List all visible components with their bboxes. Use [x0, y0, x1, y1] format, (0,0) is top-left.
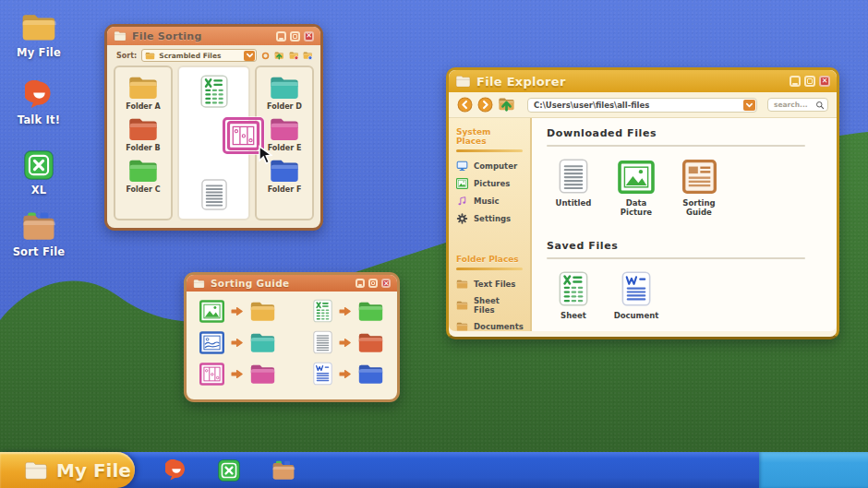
folder-b[interactable]: Folder B: [126, 116, 160, 152]
sidebar-item-computer[interactable]: Computer: [456, 161, 523, 172]
maximize-button[interactable]: [290, 31, 300, 42]
sheet-file-icon[interactable]: [200, 75, 228, 108]
desktop-icon-talk-it[interactable]: Talk It!: [6, 80, 72, 126]
refresh-ring-icon[interactable]: [261, 50, 270, 62]
folder-icon: [455, 75, 471, 88]
sheet-file-icon: [313, 299, 332, 323]
window-title: File Sorting: [132, 30, 271, 42]
loose-files-panel: [177, 65, 250, 220]
dropdown-arrow-button[interactable]: [244, 51, 255, 61]
forward-button[interactable]: [477, 97, 493, 113]
desktop-icon-xl[interactable]: XL: [6, 150, 72, 196]
sidebar-item-text-files[interactable]: Text Files: [456, 279, 523, 290]
sidebar-item-sheet-files[interactable]: Sheet Files: [456, 296, 523, 315]
window-title: Sorting Guide: [211, 278, 350, 289]
minimize-button[interactable]: [356, 279, 365, 288]
file-label: Document: [609, 311, 663, 320]
folder-e[interactable]: Folder E: [268, 116, 302, 152]
sidebar-item-music[interactable]: Music: [456, 196, 523, 207]
folder-icon: [357, 331, 384, 354]
chat-bubble-icon: [25, 80, 54, 110]
file-sorting-guide[interactable]: Sorting Guide: [672, 159, 726, 217]
sorting-guide-titlebar[interactable]: Sorting Guide: [187, 275, 397, 292]
folder-upload-icon[interactable]: [274, 50, 284, 62]
folder-remove-icon[interactable]: [289, 50, 299, 62]
close-button[interactable]: [819, 76, 830, 87]
taskbar-icon-xl[interactable]: [218, 459, 240, 482]
folder-icon: [269, 75, 300, 101]
arrow-icon: [230, 368, 244, 380]
address-dropdown-button[interactable]: [743, 100, 755, 111]
selected-pink-picture-file[interactable]: [223, 117, 264, 154]
guide-rule-pink-picture: [199, 363, 276, 386]
search-placeholder: search...: [774, 101, 815, 109]
taskbar-icon-talk-it[interactable]: [165, 459, 187, 482]
sort-dropdown[interactable]: Scrambled Files: [141, 49, 257, 62]
folder-label: Folder C: [126, 185, 160, 194]
sort-dropdown-value: Scrambled Files: [159, 52, 240, 60]
folder-c[interactable]: Folder C: [126, 158, 160, 194]
sorting-guide-grid: [187, 292, 397, 389]
gear-icon: [456, 213, 468, 224]
folder-label: Folder B: [126, 144, 160, 152]
desktop-icon-sort-file[interactable]: Sort File: [6, 211, 72, 258]
file-untitled[interactable]: Untitled: [547, 159, 600, 217]
close-button[interactable]: [304, 31, 314, 42]
folder-icon: [127, 75, 159, 101]
word-file-icon: [313, 362, 332, 386]
window-file-explorer: File Explorer C:\Users\user\files\all-fi…: [446, 67, 839, 339]
desktop-icon-my-file[interactable]: My File: [6, 12, 72, 59]
folder-icon: [127, 158, 159, 184]
spreadsheet-app-icon: [24, 150, 54, 180]
desktop-icon-label: Talk It!: [6, 113, 72, 126]
folder-label: Folder A: [126, 102, 160, 111]
sidebar-item-documents[interactable]: Documents: [456, 321, 523, 332]
file-document[interactable]: Document: [609, 271, 663, 320]
minimize-button[interactable]: [790, 76, 801, 87]
guide-rule-blue-picture: [199, 331, 276, 354]
pink-picture-icon: [199, 363, 224, 386]
search-input[interactable]: search...: [767, 98, 828, 112]
text-file-icon[interactable]: [200, 179, 227, 210]
folder-icon: [456, 279, 468, 290]
green-picture-icon: [199, 300, 224, 323]
folder-label: Folder F: [268, 185, 302, 194]
folder-icon: [269, 158, 300, 184]
folder-icon: [193, 279, 205, 289]
folder-icon: [145, 52, 155, 60]
file-data-picture[interactable]: Data Picture: [609, 159, 663, 217]
minimize-button[interactable]: [276, 31, 286, 42]
folder-icon: [249, 331, 276, 354]
system-tray[interactable]: [759, 452, 868, 488]
taskbar-icon-sort-file[interactable]: [271, 459, 295, 482]
sidebar-item-pictures[interactable]: Pictures: [456, 178, 523, 189]
start-button[interactable]: My File: [0, 452, 135, 488]
close-button[interactable]: [381, 279, 391, 288]
maximize-button[interactable]: [804, 76, 815, 87]
file-label: Sorting Guide: [672, 198, 726, 217]
back-button[interactable]: [457, 97, 473, 113]
maximize-button[interactable]: [368, 279, 378, 288]
window-sorting-guide: Sorting Guide: [184, 272, 400, 402]
desktop-icon-label: Sort File: [6, 245, 72, 258]
arrow-icon: [230, 305, 244, 317]
file-sorting-titlebar[interactable]: File Sorting: [107, 27, 320, 45]
sidebar-item-label: Music: [474, 196, 500, 206]
folder-icon: [127, 116, 159, 142]
chevron-down-icon: [745, 101, 753, 109]
address-bar[interactable]: C:\Users\user\files\all-files: [527, 98, 757, 113]
file-explorer-titlebar[interactable]: File Explorer: [449, 70, 837, 92]
folder-info-icon[interactable]: [303, 50, 313, 62]
up-directory-button[interactable]: [498, 97, 515, 113]
folder-icon: [357, 300, 384, 323]
guide-rule-green-picture: [199, 300, 276, 323]
sidebar-item-settings[interactable]: Settings: [456, 213, 523, 224]
folder-f[interactable]: Folder F: [268, 158, 302, 194]
address-text: C:\Users\user\files\all-files: [528, 101, 743, 110]
arrow-icon: [230, 337, 244, 349]
folder-d[interactable]: Folder D: [267, 75, 302, 111]
system-places-header: System Places: [456, 127, 523, 146]
blue-picture-icon: [199, 331, 224, 354]
folder-a[interactable]: Folder A: [126, 75, 160, 111]
file-sheet[interactable]: Sheet: [547, 271, 600, 320]
